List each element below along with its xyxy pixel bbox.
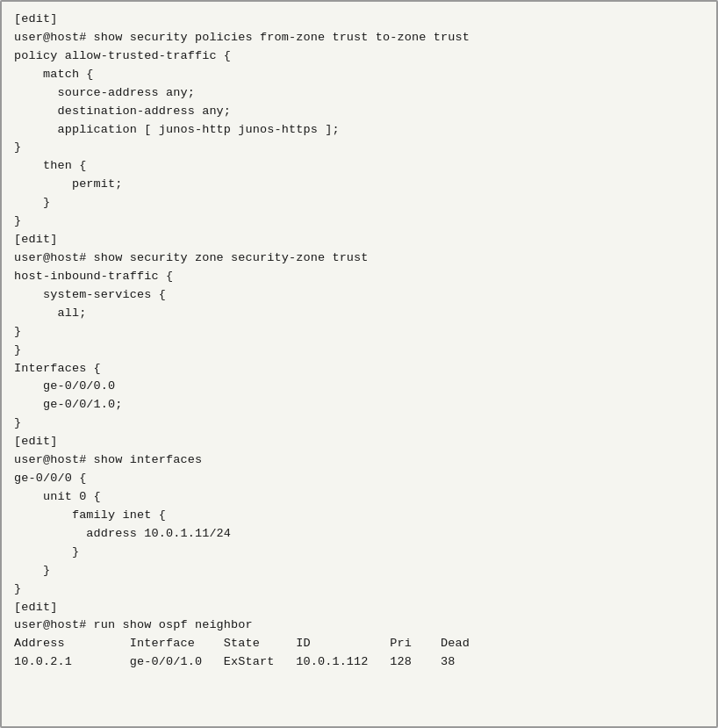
terminal-container: [edit] user@host# show security policies…: [0, 0, 718, 728]
terminal-output: [edit] user@host# show security policies…: [14, 11, 704, 672]
